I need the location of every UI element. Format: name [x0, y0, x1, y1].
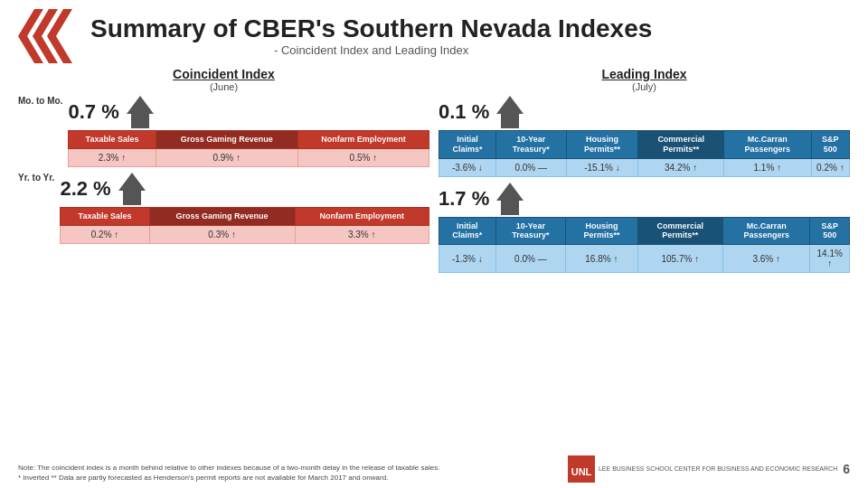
svg-text:UNL: UNL	[571, 466, 592, 477]
coincident-yr-data-row: 0.2% ↑ 0.3% ↑ 3.3% ↑	[61, 225, 429, 243]
coincident-yr-val1: 0.2% ↑	[61, 225, 149, 243]
unlv-sub-text: LEE BUSINESS SCHOOL CENTER FOR BUSINESS …	[599, 465, 837, 473]
index-columns: Coincident Index (June) Mo. to Mo. 0.7 %	[18, 67, 850, 278]
header: Summary of CBER's Southern Nevada Indexe…	[18, 9, 850, 63]
page-subtitle: - Coincident Index and Leading Index	[90, 43, 652, 57]
leading-mo-section: 0.1 % Initial Claims* 10-Year Treasury* …	[439, 96, 850, 177]
leading-mo-col3: Housing Permits**	[566, 131, 638, 159]
footer: Note: The coincident index is a month be…	[18, 455, 850, 483]
coincident-title: Coincident Index	[18, 67, 429, 81]
leading-yr-section: 1.7 % Initial Claims* 10-Year Treasury* …	[439, 183, 850, 274]
coincident-col: Coincident Index (June) Mo. to Mo. 0.7 %	[18, 67, 429, 278]
leading-mo-data-row: -3.6% ↓ 0.0% — -15.1% ↓ 34.2% ↑ 1.1% ↑ 0…	[439, 158, 850, 176]
leading-mo-val3: -15.1% ↓	[566, 158, 638, 176]
coincident-mo-val3: 0.5% ↑	[297, 148, 429, 166]
svg-marker-6	[496, 183, 524, 215]
leading-yr-arrow-icon	[496, 183, 524, 215]
leading-mo-col2: 10-Year Treasury*	[495, 131, 566, 159]
leading-yr-val1: -1.3% ↓	[439, 245, 496, 273]
leading-mo-val2: 0.0% —	[495, 158, 566, 176]
leading-mo-val4: 34.2% ↑	[638, 158, 724, 176]
leading-mo-col4: Commercial Permits**	[638, 131, 724, 159]
title-block: Summary of CBER's Southern Nevada Indexe…	[90, 15, 652, 57]
page-title: Summary of CBER's Southern Nevada Indexe…	[90, 15, 652, 43]
leading-yr-col4: Commercial Permits**	[637, 217, 722, 245]
leading-mo-col1: Initial Claims*	[439, 131, 496, 159]
leading-yr-val6: 14.1% ↑	[810, 245, 850, 273]
leading-yr-val4: 105.7% ↑	[637, 245, 722, 273]
leading-yr-content: 1.7 % Initial Claims* 10-Year Treasury* …	[439, 183, 850, 274]
leading-mo-val1: -3.6% ↓	[439, 158, 496, 176]
coincident-mo-percent-row: 0.7 %	[68, 96, 429, 128]
footer-note2: * Inverted ** Data are partly forecasted…	[18, 473, 439, 483]
leading-yr-col2: 10-Year Treasury*	[495, 217, 565, 245]
leading-yr-val3: 16.8% ↑	[566, 245, 638, 273]
leading-title: Leading Index	[439, 67, 850, 81]
leading-yr-val2: 0.0% —	[495, 245, 565, 273]
coincident-mo-val2: 0.9% ↑	[156, 148, 297, 166]
leading-yr-table: Initial Claims* 10-Year Treasury* Housin…	[439, 217, 850, 274]
coincident-yr-col1: Taxable Sales	[61, 207, 149, 225]
leading-mo-content: 0.1 % Initial Claims* 10-Year Treasury* …	[439, 96, 850, 177]
leading-yr-col1: Initial Claims*	[439, 217, 496, 245]
coincident-yr-percent: 2.2 %	[60, 177, 110, 201]
coincident-yr-section: Yr. to Yr. 2.2 % Taxable Sales Gross	[18, 173, 429, 244]
leading-mo-arrow-icon	[496, 96, 524, 128]
coincident-yr-val3: 3.3% ↑	[295, 225, 429, 243]
coincident-mo-header-row: Taxable Sales Gross Gaming Revenue Nonfa…	[69, 131, 429, 149]
coincident-yr-val2: 0.3% ↑	[149, 225, 295, 243]
coincident-yr-col2: Gross Gaming Revenue	[149, 207, 295, 225]
coincident-mo-col1: Taxable Sales	[69, 131, 156, 149]
leading-yr-col3: Housing Permits**	[566, 217, 638, 245]
leading-mo-percent: 0.1 %	[439, 100, 489, 124]
coincident-mo-section: Mo. to Mo. 0.7 % Taxable Sales Gross	[18, 96, 429, 167]
coincident-yr-arrow-icon	[118, 173, 146, 205]
yr-label: Yr. to Yr.	[18, 173, 54, 183]
leading-mo-val6: 0.2% ↑	[811, 158, 849, 176]
leading-yr-col6: S&P 500	[810, 217, 850, 245]
leading-mo-val5: 1.1% ↑	[723, 158, 811, 176]
leading-period: (July)	[439, 81, 850, 92]
footer-notes: Note: The coincident index is a month be…	[18, 463, 439, 483]
svg-marker-3	[127, 96, 154, 128]
mo-label-container: Mo. to Mo.	[18, 96, 62, 106]
coincident-mo-data-row: 2.3% ↑ 0.9% ↑ 0.5% ↑	[69, 148, 429, 166]
svg-marker-4	[118, 173, 146, 205]
leading-yr-percent: 1.7 %	[439, 187, 489, 211]
coincident-mo-table: Taxable Sales Gross Gaming Revenue Nonfa…	[68, 130, 429, 167]
footer-note1: Note: The coincident index is a month be…	[18, 463, 439, 473]
coincident-yr-col3: Nonfarm Employment	[295, 207, 429, 225]
leading-mo-col6: S&P 500	[811, 131, 849, 159]
leading-yr-percent-row: 1.7 %	[439, 183, 850, 215]
leading-mo-percent-row: 0.1 %	[439, 96, 850, 128]
yr-label-container: Yr. to Yr.	[18, 173, 54, 183]
page: Summary of CBER's Southern Nevada Indexe…	[0, 0, 868, 488]
mo-label: Mo. to Mo.	[18, 96, 62, 106]
leading-yr-data-row: -1.3% ↓ 0.0% — 16.8% ↑ 105.7% ↑ 3.6% ↑ 1…	[439, 245, 850, 273]
coincident-yr-table: Taxable Sales Gross Gaming Revenue Nonfa…	[60, 207, 429, 244]
leading-yr-header-row: Initial Claims* 10-Year Treasury* Housin…	[439, 217, 850, 245]
coincident-yr-percent-row: 2.2 %	[60, 173, 429, 205]
footer-right: UNL LEE BUSINESS SCHOOL CENTER FOR BUSIN…	[568, 455, 850, 483]
coincident-mo-col3: Nonfarm Employment	[297, 131, 429, 149]
leading-yr-val5: 3.6% ↑	[722, 245, 809, 273]
coincident-yr-content: 2.2 % Taxable Sales Gross Gaming Revenue…	[60, 173, 429, 244]
coincident-mo-col2: Gross Gaming Revenue	[156, 131, 297, 149]
page-number: 6	[843, 462, 850, 476]
leading-col: Leading Index (July) 0.1 % Initial Claim	[439, 67, 850, 278]
coincident-mo-percent: 0.7 %	[68, 100, 118, 124]
leading-mo-header-row: Initial Claims* 10-Year Treasury* Housin…	[439, 131, 850, 159]
coincident-mo-val1: 2.3% ↑	[69, 148, 156, 166]
unlv-logo-icon: UNL	[568, 455, 595, 483]
svg-marker-5	[496, 96, 524, 128]
leading-mo-col5: Mc.Carran Passengers	[723, 131, 811, 159]
leading-mo-table: Initial Claims* 10-Year Treasury* Housin…	[439, 130, 850, 177]
logo-icon	[18, 9, 81, 63]
leading-yr-col5: Mc.Carran Passengers	[722, 217, 809, 245]
coincident-yr-header-row: Taxable Sales Gross Gaming Revenue Nonfa…	[61, 207, 429, 225]
coincident-mo-content: 0.7 % Taxable Sales Gross Gaming Revenue…	[68, 96, 429, 167]
coincident-period: (June)	[18, 81, 429, 92]
coincident-mo-arrow-icon	[127, 96, 154, 128]
